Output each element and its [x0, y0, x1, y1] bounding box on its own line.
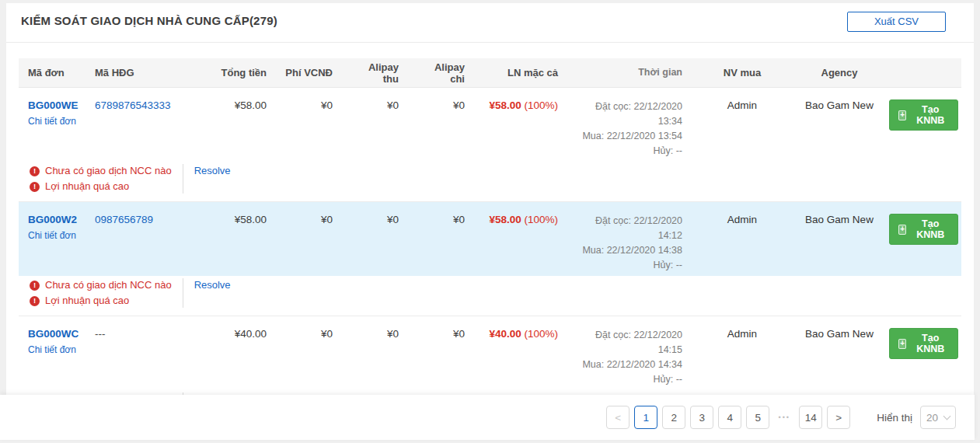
buy-time: 22/12/2020 13:54 [607, 131, 682, 141]
table-row: BG000W2 Chi tiết đơn 0987656789 ¥58.00 ¥… [19, 202, 961, 276]
column-header: LN mặc cả [474, 67, 567, 78]
cancel-label: Hủy: [653, 374, 673, 385]
warning-item: !Lợi nhuận quá cao [30, 294, 172, 308]
table-row: BG000WE Chi tiết đơn 6789876543333 ¥58.0… [19, 88, 961, 162]
page-button[interactable]: 3 [690, 406, 713, 429]
vcnd-fee: ¥0 [276, 328, 342, 340]
bargain-profit: ¥58.00 (100%) [474, 214, 567, 225]
column-header: Tổng tiền [202, 67, 276, 78]
column-header: Mã đơn [19, 67, 85, 78]
time-cell: Đặt cọc: 22/12/2020 14:12 Mua: 22/12/202… [567, 214, 692, 273]
page-button[interactable]: 5 [746, 406, 769, 429]
table-body: BG000WE Chi tiết đơn 6789876543333 ¥58.0… [19, 88, 961, 440]
order-detail-link[interactable]: Chi tiết đơn [28, 116, 76, 127]
alipay-in: ¥0 [342, 328, 408, 340]
order-detail-link[interactable]: Chi tiết đơn [28, 344, 76, 355]
page-button[interactable]: 4 [718, 406, 741, 429]
action-cell: +Tạo KNNB [886, 328, 961, 359]
column-header: Alipay thu [342, 61, 408, 85]
resolve-divider: Resolve [183, 164, 231, 194]
time-cell: Đặt cọc: 22/12/2020 14:15 Mua: 22/12/202… [567, 328, 692, 387]
create-knnb-button[interactable]: +Tạo KNNB [889, 214, 958, 245]
bargain-profit: ¥58.00 (100%) [474, 99, 567, 111]
display-label: Hiển thị [877, 412, 912, 424]
exclamation-circle-icon: ! [30, 281, 40, 291]
plus-square-icon: + [898, 225, 906, 235]
deposit-time: 22/12/2020 14:12 [633, 215, 682, 241]
order-code-link[interactable]: BG000W2 [28, 214, 76, 225]
order-cell: BG000WC Chi tiết đơn [19, 328, 85, 355]
cancel-time: -- [676, 374, 682, 385]
profit-percent: (100%) [524, 99, 558, 111]
deposit-time: 22/12/2020 14:15 [633, 330, 682, 355]
buy-label: Mua: [582, 245, 604, 256]
pagination-ellipsis: ••• [774, 413, 794, 421]
exclamation-circle-icon: ! [30, 296, 40, 306]
buy-label: Mua: [582, 359, 604, 370]
page-card: KIỂM SOÁT GIAO DỊCH NHÀ CUNG CẤP(279) Xu… [6, 3, 974, 440]
alipay-in: ¥0 [342, 99, 408, 111]
create-knnb-label: Tạo KNNB [912, 218, 949, 240]
table-header: Mã đơnMã HĐGTổng tiềnPhí VCNĐAlipay thuA… [19, 58, 961, 88]
page-title: KIỂM SOÁT GIAO DỊCH NHÀ CUNG CẤP(279) [21, 14, 277, 27]
resolve-link[interactable]: Resolve [194, 278, 231, 292]
order-cell: BG000W2 Chi tiết đơn [19, 214, 85, 241]
pagination-footer: <12345•••14> Hiển thị 20 [0, 395, 975, 440]
total-amount: ¥58.00 [202, 99, 276, 111]
vcnd-fee: ¥0 [276, 214, 342, 225]
buy-time: 22/12/2020 14:38 [607, 245, 682, 256]
create-knnb-label: Tạo KNNB [912, 104, 949, 126]
warning-list: !Chưa có giao dịch NCC nào !Lợi nhuận qu… [30, 278, 172, 308]
alipay-out: ¥0 [408, 99, 474, 111]
buy-time: 22/12/2020 14:34 [607, 359, 682, 370]
table-row-group: BG000W2 Chi tiết đơn 0987656789 ¥58.00 ¥… [19, 202, 961, 316]
page-button[interactable]: 2 [662, 406, 685, 429]
alipay-out: ¥0 [408, 214, 474, 225]
alipay-in: ¥0 [342, 214, 408, 225]
order-code-link[interactable]: BG000WE [28, 99, 76, 111]
plus-square-icon: + [898, 339, 906, 349]
column-header: Alipay chi [408, 61, 474, 85]
order-cell: BG000WE Chi tiết đơn [19, 99, 85, 127]
resolve-link[interactable]: Resolve [194, 164, 231, 178]
time-cell: Đặt cọc: 22/12/2020 13:34 Mua: 22/12/202… [567, 99, 692, 159]
buy-time-line: Mua: 22/12/2020 13:54 [577, 129, 682, 144]
next-page-button[interactable]: > [827, 406, 850, 429]
deposit-label: Đặt cọc: [595, 101, 631, 112]
buy-time-line: Mua: 22/12/2020 14:38 [577, 243, 682, 258]
row-warnings: !Chưa có giao dịch NCC nào !Lợi nhuận qu… [19, 276, 961, 316]
create-knnb-button[interactable]: +Tạo KNNB [889, 328, 958, 359]
page-size-value: 20 [926, 412, 938, 424]
exclamation-circle-icon: ! [30, 166, 40, 176]
warning-item: !Lợi nhuận quá cao [30, 180, 172, 194]
page-button[interactable]: 1 [634, 406, 657, 429]
table-row: BG000WC Chi tiết đơn --- ¥40.00 ¥0 ¥0 ¥0… [19, 316, 961, 390]
contract-code[interactable]: --- [85, 328, 202, 340]
agency-name: Bao Gam New [793, 214, 886, 225]
row-warnings: !Chưa có giao dịch NCC nào !Lợi nhuận qu… [19, 162, 961, 201]
column-header: Phí VCNĐ [276, 67, 342, 78]
column-header: Mã HĐG [85, 67, 202, 78]
contract-code[interactable]: 6789876543333 [85, 99, 202, 111]
warning-item: !Chưa có giao dịch NCC nào [30, 278, 172, 292]
profit-amount: ¥58.00 [489, 99, 521, 111]
agency-name: Bao Gam New [793, 99, 886, 111]
page-size-select[interactable]: 20 [920, 406, 956, 429]
profit-percent: (100%) [524, 328, 558, 340]
cancel-time-line: Hủy: -- [577, 144, 682, 159]
bargain-profit: ¥40.00 (100%) [474, 328, 567, 340]
page-button[interactable]: 14 [799, 406, 822, 429]
buyer-staff: Admin [692, 328, 793, 340]
contract-code[interactable]: 0987656789 [85, 214, 202, 225]
warning-list: !Chưa có giao dịch NCC nào !Lợi nhuận qu… [30, 164, 172, 194]
order-code-link[interactable]: BG000WC [28, 328, 76, 340]
order-detail-link[interactable]: Chi tiết đơn [28, 230, 76, 241]
warning-text: Chưa có giao dịch NCC nào [45, 278, 172, 292]
plus-square-icon: + [898, 110, 906, 120]
create-knnb-button[interactable]: +Tạo KNNB [889, 99, 958, 131]
deposit-time-line: Đặt cọc: 22/12/2020 14:12 [577, 214, 682, 243]
pagination: <12345•••14> [606, 406, 850, 429]
prev-page-button[interactable]: < [606, 406, 630, 429]
cancel-label: Hủy: [653, 260, 673, 270]
export-csv-button[interactable]: Xuất CSV [847, 12, 946, 32]
